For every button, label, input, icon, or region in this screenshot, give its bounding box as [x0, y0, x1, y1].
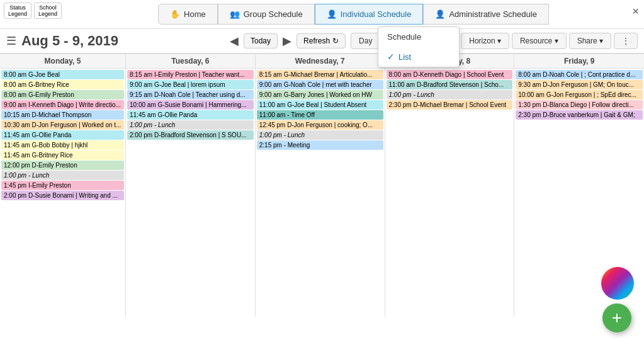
close-button[interactable]: × — [632, 5, 639, 18]
admin-label: Administrative Schedule — [449, 9, 536, 19]
list-item[interactable]: 8:15 am G-Michael Bremar | Articulatio..… — [257, 70, 383, 79]
list-item[interactable]: 2:30 pm D-Michael Bremar | School Event — [387, 100, 513, 110]
list-item[interactable]: 1:00 pm - Lunch — [387, 90, 513, 99]
friday-events: 8:00 am D-Noah Cole | ; Cont practice d.… — [514, 69, 644, 121]
tuesday-events: 8:15 am I-Emily Preston | Teacher want..… — [126, 69, 255, 141]
list-item[interactable]: 2:00 pm D-Bradford Stevenson | S SOU... — [127, 130, 254, 140]
list-item[interactable]: 2:15 pm - Meeting — [257, 140, 383, 150]
monday-col: Monday, 5 8:00 am G-Joe Beal 8:00 am G-B… — [0, 54, 126, 317]
list-item[interactable]: 10:30 am D-Jon Ferguson | Worked on t... — [1, 120, 124, 130]
list-item[interactable]: 1:45 pm I-Emily Preston — [1, 181, 124, 190]
tuesday-col: Tuesday, 6 8:15 am I-Emily Preston | Tea… — [126, 54, 256, 317]
wednesday-col: Wednesday, 7 8:15 am G-Michael Bremar | … — [256, 54, 385, 317]
list-item[interactable]: 12:45 pm D-Jon Ferguson | cooking; O... — [257, 120, 383, 130]
group-label: Group Schedule — [244, 9, 303, 19]
refresh-icon: ↻ — [332, 37, 339, 45]
monday-events: 8:00 am G-Joe Beal 8:00 am G-Britney Ric… — [0, 69, 125, 201]
thursday-events: 8:00 am D-Kenneth Diago | School Event 1… — [385, 69, 514, 111]
list-item[interactable]: 9:00 am G-Joe Beal | lorem ipsum — [127, 80, 254, 89]
admin-schedule-nav-btn[interactable]: 👤 Administrative Schedule — [423, 4, 548, 25]
avatar-button[interactable] — [601, 267, 634, 300]
horizon-view-btn[interactable]: Horizon ▾ — [461, 33, 509, 49]
list-item[interactable]: 11:45 am G-Ollie Panda — [127, 110, 254, 120]
list-item[interactable]: 1:30 pm D-Blanca Diego | Follow directi.… — [516, 100, 643, 110]
list-item[interactable]: 8:15 am I-Emily Preston | Teacher want..… — [127, 70, 254, 79]
group-icon: 👥 — [230, 9, 240, 19]
today-button[interactable]: Today — [244, 33, 278, 48]
view-dropdown: Schedule ✓ List — [378, 26, 460, 67]
home-label: Home — [184, 9, 206, 19]
add-event-fab[interactable]: + — [602, 303, 631, 332]
list-item[interactable]: 10:00 am G-Jon Ferguson | ; SpEd direc..… — [516, 90, 643, 99]
toolbar-left: Aug 5 - 9, 2019 — [21, 33, 225, 49]
home-icon: ✋ — [170, 9, 180, 19]
group-schedule-nav-btn[interactable]: 👥 Group Schedule — [218, 4, 315, 25]
share-btn[interactable]: Share ▾ — [569, 33, 611, 49]
list-item[interactable]: 11:45 am G-Bob Bobby | hjkhl — [1, 140, 124, 150]
home-nav-btn[interactable]: ✋ Home — [158, 4, 218, 25]
tuesday-header: Tuesday, 6 — [126, 54, 255, 69]
list-item[interactable]: 11:00 am - Time Off — [257, 110, 383, 120]
list-item[interactable]: 9:00 am I-Kenneth Diago | Write directio… — [1, 100, 124, 110]
list-item[interactable]: 1:00 pm - Lunch — [127, 120, 254, 130]
list-item[interactable]: 8:00 am D-Noah Cole | ; Cont practice d.… — [516, 70, 643, 79]
more-options-btn[interactable]: ⋮ — [614, 33, 638, 49]
top-nav: ✋ Home 👥 Group Schedule 👤 Individual Sch… — [0, 0, 644, 29]
list-item[interactable]: 12:00 pm D-Emily Preston — [1, 161, 124, 170]
check-icon: ✓ — [387, 52, 395, 62]
status-legend[interactable]: StatusLegend — [4, 3, 31, 19]
wednesday-header: Wednesday, 7 — [256, 54, 385, 69]
individual-icon: 👤 — [327, 9, 337, 19]
list-item[interactable]: 9:15 am D-Noah Cole | Teacher using d... — [127, 90, 254, 99]
list-item[interactable]: 11:00 am D-Bradford Stevenson | Scho... — [387, 80, 513, 89]
schedule-label: Schedule — [387, 32, 421, 42]
list-item[interactable]: 11:45 am G-Britney Rice — [1, 150, 124, 160]
list-view-option[interactable]: ✓ List — [378, 47, 459, 67]
list-item[interactable]: 9:00 am G-Noah Cole | met with teacher — [257, 80, 383, 89]
date-range: Aug 5 - 9, 2019 — [21, 33, 118, 49]
admin-icon: 👤 — [435, 9, 445, 19]
corner-legends: StatusLegend SchoolLegend — [0, 0, 65, 21]
next-arrow[interactable]: ▶ — [283, 34, 291, 48]
refresh-label: Refresh — [303, 37, 330, 45]
list-item[interactable]: 8:00 am G-Britney Rice — [1, 80, 124, 89]
wednesday-events: 8:15 am G-Michael Bremar | Articulatio..… — [256, 69, 385, 151]
prev-arrow[interactable]: ◀ — [230, 34, 239, 48]
day-view-btn[interactable]: Day — [351, 33, 380, 49]
schedule-view-option[interactable]: Schedule — [378, 27, 459, 47]
calendar-grid: Monday, 5 8:00 am G-Joe Beal 8:00 am G-B… — [0, 54, 644, 317]
friday-header: Friday, 9 — [514, 54, 644, 69]
individual-label: Individual Schedule — [341, 9, 412, 19]
list-item[interactable]: 10:15 am D-Michael Thompson — [1, 110, 124, 120]
list-item[interactable]: 2:30 pm D-Bruce vanberkum | Gait & GM; — [516, 110, 643, 120]
list-item[interactable]: 8:00 am G-Joe Beal — [1, 70, 124, 79]
list-item[interactable]: 10:00 am G-Susie Bonami | Hammering... — [127, 100, 254, 110]
list-item[interactable]: 1:00 pm - Lunch — [1, 171, 124, 180]
list-label: List — [398, 52, 411, 62]
list-item[interactable]: 2:00 pm D-Susie Bonami | Writing and ... — [1, 191, 124, 200]
list-item[interactable]: 11:00 am G-Joe Beal | Student Absent — [257, 100, 383, 110]
list-item[interactable]: 8:00 am G-Emily Preston — [1, 90, 124, 99]
list-item[interactable]: 1:00 pm - Lunch — [257, 130, 383, 140]
individual-schedule-nav-btn[interactable]: 👤 Individual Schedule — [315, 4, 424, 25]
monday-header: Monday, 5 — [0, 54, 125, 69]
toolbar: ☰ Aug 5 - 9, 2019 ◀ Today ▶ Refresh ↻ Da… — [0, 29, 644, 54]
refresh-button[interactable]: Refresh ↻ — [297, 33, 346, 48]
school-legend[interactable]: SchoolLegend — [34, 3, 62, 19]
hamburger-button[interactable]: ☰ — [6, 34, 16, 48]
list-item[interactable]: 9:00 am G-Barry Jones | Worked on HW — [257, 90, 383, 99]
thursday-col: Thursday, 8 8:00 am D-Kenneth Diago | Sc… — [385, 54, 515, 317]
list-item[interactable]: 9:30 am D-Jon Ferguson | GM; On touc... — [516, 80, 643, 89]
list-item[interactable]: 8:00 am D-Kenneth Diago | School Event — [387, 70, 513, 79]
list-item[interactable]: 11:45 am G-Ollie Panda — [1, 130, 124, 140]
resource-view-btn[interactable]: Resource ▾ — [512, 33, 567, 49]
